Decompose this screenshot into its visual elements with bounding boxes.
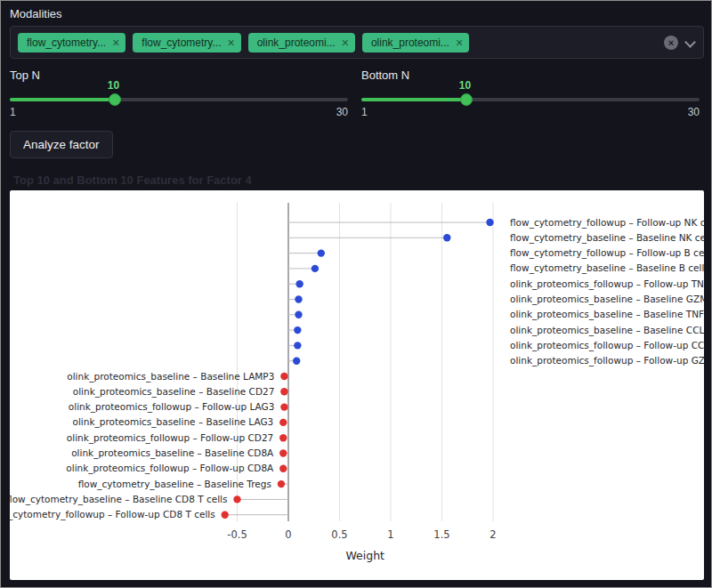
- modalities-label: Modalities: [10, 7, 62, 20]
- remove-tag-icon[interactable]: ×: [112, 36, 119, 49]
- x-tick-label: 2: [490, 528, 496, 541]
- data-point: [294, 342, 301, 349]
- point-label: flow_cytometry_baseline – Baseline CD8 T…: [10, 494, 228, 505]
- remove-tag-icon[interactable]: ×: [342, 36, 349, 49]
- clear-all-icon[interactable]: ×: [664, 36, 678, 50]
- top-n-slider[interactable]: 10 1 30: [10, 79, 348, 122]
- data-point: [233, 495, 240, 503]
- modality-tag[interactable]: flow_cytometry... ×: [18, 33, 125, 52]
- point-label: olink_proteomics_followup – Follow-up TN…: [510, 278, 704, 290]
- data-point: [278, 480, 285, 487]
- point-label: olink_proteomics_baseline – Baseline GZM…: [510, 294, 704, 305]
- bottom-n-slider[interactable]: 10 1 30: [361, 79, 700, 122]
- modality-tag[interactable]: olink_proteomi... ×: [248, 33, 355, 52]
- data-point: [295, 311, 302, 318]
- data-point: [279, 434, 287, 441]
- app-window: Modalities flow_cytometry... × flow_cyto…: [0, 0, 712, 588]
- data-point: [279, 449, 287, 456]
- data-point: [280, 388, 287, 395]
- point-label: olink_proteomics_baseline – Baseline LAG…: [73, 416, 274, 428]
- factor-weight-chart: -0.500.511.52flow_cytometry_followup – F…: [10, 190, 704, 580]
- point-label: flow_cytometry_followup – Follow-up CD8 …: [10, 509, 215, 520]
- top-n-min-label: 1: [10, 106, 16, 118]
- bottom-n-value: 10: [459, 79, 471, 92]
- data-point: [312, 265, 319, 272]
- point-label: olink_proteomics_followup – Follow-up GZ…: [510, 355, 704, 366]
- data-point: [293, 358, 300, 365]
- x-tick-label: 1.5: [433, 528, 449, 541]
- data-point: [279, 419, 287, 426]
- point-label: flow_cytometry_baseline – Baseline NK ce…: [510, 232, 704, 244]
- point-label: olink_proteomics_baseline – Baseline CD8…: [71, 447, 274, 459]
- chart-title: Top 10 and Bottom 10 Features for Factor…: [13, 173, 252, 187]
- data-point: [295, 295, 302, 302]
- point-label: olink_proteomics_baseline – Baseline TNF…: [510, 309, 704, 320]
- x-axis-label: Weight: [345, 549, 384, 562]
- bottom-n-slider-fill: [361, 98, 466, 101]
- modality-tag-label: olink_proteomi...: [257, 36, 336, 49]
- modality-tag[interactable]: flow_cytometry... ×: [133, 33, 240, 52]
- point-label: flow_cytometry_baseline – Baseline Tregs: [78, 479, 271, 490]
- x-tick-label: -0.5: [227, 528, 247, 541]
- top-n-value: 10: [108, 79, 119, 92]
- modality-tag-label: olink_proteomi...: [371, 36, 449, 49]
- modalities-multiselect[interactable]: flow_cytometry... × flow_cytometry... × …: [10, 26, 704, 59]
- top-n-slider-rail[interactable]: [10, 98, 348, 101]
- bottom-n-min-label: 1: [361, 106, 368, 118]
- top-n-slider-fill: [10, 98, 115, 101]
- point-label: olink_proteomics_baseline – Baseline CD2…: [73, 386, 275, 398]
- chart-card: -0.500.511.52flow_cytometry_followup – F…: [10, 190, 704, 580]
- data-point: [222, 511, 229, 519]
- x-tick-label: 1: [387, 528, 393, 541]
- point-label: flow_cytometry_followup – Follow-up B ce…: [510, 247, 704, 259]
- data-point: [295, 280, 303, 287]
- top-n-max-label: 30: [336, 106, 348, 118]
- point-label: olink_proteomics_followup – Follow-up LA…: [69, 401, 275, 413]
- data-point: [318, 249, 325, 256]
- data-point: [486, 219, 493, 226]
- data-point: [294, 326, 301, 334]
- analyze-factor-button[interactable]: Analyze factor: [10, 131, 113, 158]
- remove-tag-icon[interactable]: ×: [227, 36, 234, 49]
- point-label: olink_proteomics_followup – Follow-up CD…: [67, 432, 273, 444]
- point-label: olink_proteomics_baseline – Baseline CCL…: [510, 325, 704, 336]
- bottom-n-slider-thumb[interactable]: [460, 93, 473, 106]
- modality-tag-label: flow_cytometry...: [27, 36, 106, 49]
- x-tick-label: 0: [285, 528, 291, 541]
- point-label: olink_proteomics_followup – Follow-up CD…: [66, 463, 274, 474]
- point-label: flow_cytometry_followup – Follow-up NK c…: [510, 217, 704, 229]
- x-tick-label: 0.5: [331, 528, 347, 541]
- point-label: olink_proteomics_followup – Follow-up CC…: [510, 340, 704, 351]
- remove-tag-icon[interactable]: ×: [456, 36, 463, 49]
- modality-tag-label: flow_cytometry...: [142, 36, 221, 49]
- modality-tag[interactable]: olink_proteomi... ×: [362, 33, 469, 52]
- data-point: [443, 234, 450, 241]
- top-n-slider-thumb[interactable]: [109, 93, 121, 106]
- point-label: olink_proteomics_baseline – Baseline LAM…: [67, 371, 274, 383]
- point-label: flow_cytometry_baseline – Baseline B cel…: [510, 262, 704, 274]
- bottom-n-slider-rail[interactable]: [361, 98, 700, 101]
- data-point: [280, 403, 287, 410]
- data-point: [279, 465, 287, 472]
- bottom-n-max-label: 30: [688, 106, 700, 118]
- chevron-down-icon[interactable]: [684, 36, 696, 48]
- data-point: [280, 373, 287, 380]
